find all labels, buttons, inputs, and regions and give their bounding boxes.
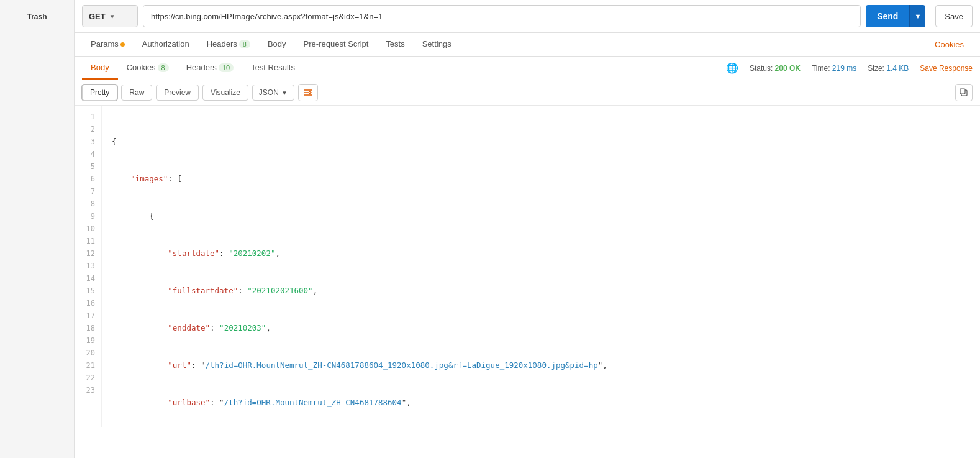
line-num-1: 1 — [75, 111, 101, 123]
request-tabs: Params Authorization Headers8 Body Pre-r… — [75, 33, 980, 57]
size-value: 1.4 KB — [886, 64, 909, 73]
save-button[interactable]: Save — [935, 5, 973, 27]
sidebar-item-label: Trash — [27, 12, 47, 21]
tab-headers[interactable]: Headers8 — [198, 33, 259, 56]
url-input[interactable] — [143, 5, 861, 27]
code-line-5: "fullstartdate": "202102021600", — [112, 285, 970, 297]
line-num-21: 21 — [75, 359, 101, 372]
tab-body[interactable]: Body — [259, 33, 295, 56]
format-preview-button[interactable]: Preview — [156, 85, 199, 101]
method-chevron-icon: ▼ — [109, 13, 116, 20]
save-response-button[interactable]: Save Response — [920, 64, 973, 73]
send-button[interactable]: Send — [866, 5, 909, 27]
svg-rect-4 — [960, 89, 965, 94]
code-line-3: { — [112, 210, 970, 222]
line-num-15: 15 — [75, 285, 101, 297]
code-line-8: "urlbase": "/th?id=OHR.MountNemrut_ZH-CN… — [112, 396, 970, 409]
globe-icon: 🌐 — [726, 62, 738, 74]
response-tabs: Body Cookies8 Headers10 Test Results 🌐 S… — [75, 57, 980, 80]
headers-badge: 8 — [239, 40, 250, 48]
line-num-16: 16 — [75, 297, 101, 309]
line-num-10: 10 — [75, 222, 101, 235]
code-line-1: { — [112, 135, 970, 148]
send-dropdown-button[interactable]: ▼ — [909, 5, 925, 27]
copy-icon — [960, 88, 968, 97]
format-type-chevron-icon: ▼ — [281, 89, 288, 96]
tab-tests[interactable]: Tests — [377, 33, 413, 56]
size-label: Size: 1.4 KB — [868, 64, 909, 73]
resp-tab-test-results[interactable]: Test Results — [242, 57, 304, 80]
resp-tab-headers[interactable]: Headers10 — [178, 57, 242, 80]
line-num-9: 9 — [75, 210, 101, 222]
tab-pre-request-script[interactable]: Pre-request Script — [295, 33, 378, 56]
format-type-dropdown[interactable]: JSON ▼ — [252, 85, 294, 101]
request-bar: GET ▼ Send ▼ Save — [75, 0, 980, 33]
code-content[interactable]: { "images": [ { "startdate": "20210202",… — [102, 106, 980, 427]
format-raw-button[interactable]: Raw — [121, 85, 152, 101]
line-num-4: 4 — [75, 148, 101, 160]
format-type-label: JSON — [259, 88, 279, 97]
main-area: GET ▼ Send ▼ Save Params Authorization H… — [75, 0, 980, 458]
format-bar: Pretty Raw Preview Visualize JSON ▼ — [75, 80, 980, 106]
status-bar: 🌐 Status: 200 OK Time: 219 ms Size: 1.4 … — [726, 62, 973, 74]
method-select[interactable]: GET ▼ — [82, 5, 138, 27]
tab-authorization[interactable]: Authorization — [134, 33, 198, 56]
format-pretty-button[interactable]: Pretty — [82, 85, 117, 101]
line-num-13: 13 — [75, 260, 101, 272]
copy-button[interactable] — [955, 84, 973, 101]
line-num-14: 14 — [75, 272, 101, 285]
line-num-17: 17 — [75, 309, 101, 322]
sidebar-item-trash[interactable]: Trash — [0, 7, 74, 26]
line-num-2: 2 — [75, 123, 101, 135]
line-num-20: 20 — [75, 347, 101, 359]
status-value: 200 OK — [775, 64, 801, 73]
params-dot — [120, 42, 125, 47]
code-line-2: "images": [ — [112, 173, 970, 185]
resp-tab-cookies[interactable]: Cookies8 — [118, 57, 178, 80]
sidebar: Trash — [0, 0, 75, 458]
line-num-11: 11 — [75, 235, 101, 247]
method-value: GET — [89, 12, 106, 21]
tab-params[interactable]: Params — [82, 33, 134, 56]
line-numbers: 1 2 3 4 5 6 7 8 9 10 11 12 13 14 15 16 1… — [75, 106, 102, 427]
line-num-3: 3 — [75, 135, 101, 148]
line-num-5: 5 — [75, 160, 101, 173]
send-btn-group: Send ▼ — [866, 5, 925, 27]
tab-settings[interactable]: Settings — [414, 33, 460, 56]
line-num-18: 18 — [75, 322, 101, 334]
time-label: Time: 219 ms — [812, 64, 856, 73]
code-line-7: "url": "/th?id=OHR.MountNemrut_ZH-CN4681… — [112, 359, 970, 372]
code-area: 1 2 3 4 5 6 7 8 9 10 11 12 13 14 15 16 1… — [75, 106, 980, 427]
status-label: Status: 200 OK — [750, 64, 801, 73]
line-num-12: 12 — [75, 247, 101, 260]
code-line-6: "enddate": "20210203", — [112, 322, 970, 334]
line-num-6: 6 — [75, 173, 101, 185]
format-visualize-button[interactable]: Visualize — [202, 85, 248, 101]
line-num-8: 8 — [75, 198, 101, 210]
resp-headers-badge: 10 — [219, 63, 234, 72]
tab-cookies-request[interactable]: Cookies — [926, 34, 973, 55]
line-num-19: 19 — [75, 334, 101, 347]
resp-cookies-badge: 8 — [158, 63, 169, 72]
line-num-7: 7 — [75, 185, 101, 198]
time-value: 219 ms — [832, 64, 856, 73]
line-num-22: 22 — [75, 372, 101, 384]
resp-tab-body[interactable]: Body — [82, 57, 118, 80]
code-line-4: "startdate": "20210202", — [112, 247, 970, 260]
app-layout: Trash GET ▼ Send ▼ Save Params Authoriza… — [0, 0, 980, 458]
wrap-icon — [303, 88, 313, 98]
wrap-button[interactable] — [298, 84, 318, 101]
line-num-23: 23 — [75, 384, 101, 396]
